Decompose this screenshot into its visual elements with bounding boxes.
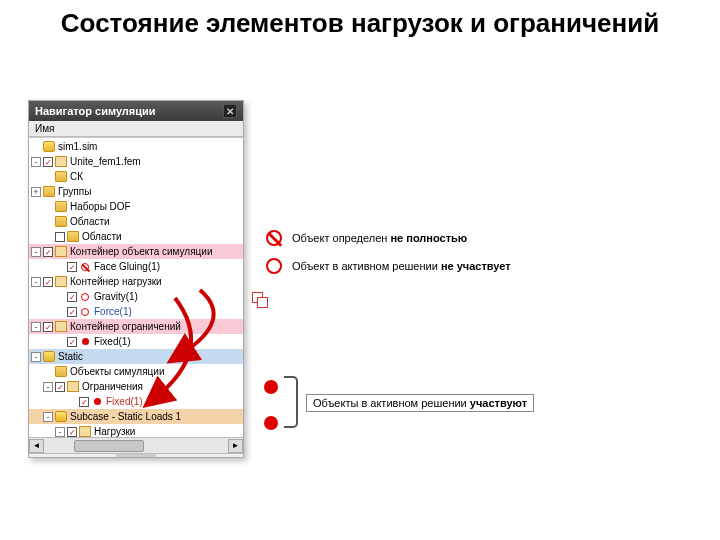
collapse-icon[interactable]: - (31, 277, 41, 287)
legend-inactive-text: Объект в активном решении (292, 260, 441, 272)
container-icon (55, 246, 67, 257)
prohibit-icon (264, 228, 284, 248)
tree-item-label: Группы (58, 186, 91, 197)
participate-bold: участвуют (470, 397, 527, 409)
red-dot-icon (264, 416, 278, 430)
tree-row[interactable]: ✓Face Gluing(1) (29, 259, 243, 274)
tree-row[interactable]: -✓Unite_fem1.fem (29, 154, 243, 169)
scroll-left-icon[interactable]: ◄ (29, 439, 44, 453)
participate-label: Объекты в активном решении участвуют (306, 394, 534, 412)
tree-item-label: Subcase - Static Loads 1 (70, 411, 181, 422)
ring-icon (79, 306, 91, 317)
collapse-icon[interactable]: - (43, 382, 53, 392)
tree-row[interactable]: -✓Контейнер объекта симуляции (29, 244, 243, 259)
panel-title: Навигатор симуляции (35, 105, 156, 117)
tree-row[interactable]: sim1.sim (29, 139, 243, 154)
tree-item-label: Наборы DOF (70, 201, 131, 212)
folder-icon (43, 186, 55, 197)
container-icon (79, 426, 91, 437)
folder-icon (55, 366, 67, 377)
checkbox[interactable]: ✓ (67, 292, 77, 302)
ring-icon (79, 291, 91, 302)
tree-item-label: Области (70, 216, 110, 227)
tree-item-label: Gravity(1) (94, 291, 138, 302)
expand-icon[interactable]: + (31, 187, 41, 197)
collapse-icon[interactable]: - (31, 322, 41, 332)
navigator-panel: Навигатор симуляции ✕ Имя sim1.sim-✓Unit… (28, 100, 244, 458)
legend-incomplete-bold: не полностью (390, 232, 467, 244)
legend-incomplete-text: Объект определен (292, 232, 390, 244)
collapse-icon[interactable]: - (31, 157, 41, 167)
participate-text: Объекты в активном решении (313, 397, 470, 409)
legend-inactive-bold: не участвует (441, 260, 511, 272)
tree-row[interactable]: +Группы (29, 184, 243, 199)
close-icon[interactable]: ✕ (223, 104, 237, 118)
tree-row[interactable]: -Static (29, 349, 243, 364)
sim-icon (43, 141, 55, 152)
tree-row[interactable]: Области (29, 229, 243, 244)
tree-row[interactable]: Объекты симуляции (29, 364, 243, 379)
checkbox[interactable]: ✓ (43, 322, 53, 332)
tree-row[interactable]: Наборы DOF (29, 199, 243, 214)
tree-item-label: Контейнер ограничений (70, 321, 181, 332)
scrollbar-horizontal[interactable]: ◄ ► (29, 437, 243, 453)
legend-row-inactive: Объект в активном решении не участвует (264, 256, 511, 276)
tree-row[interactable]: ✓Fixed(1) (29, 394, 243, 409)
checkbox[interactable]: ✓ (67, 307, 77, 317)
tree-item-label: sim1.sim (58, 141, 97, 152)
collapse-icon[interactable]: - (31, 247, 41, 257)
checkbox[interactable]: ✓ (67, 262, 77, 272)
tree-row[interactable]: -✓Контейнер ограничений (29, 319, 243, 334)
participate-dots (258, 380, 278, 452)
panel-titlebar[interactable]: Навигатор симуляции ✕ (29, 101, 243, 121)
scroll-track[interactable] (44, 440, 228, 452)
checkbox[interactable]: ✓ (43, 247, 53, 257)
tree-row[interactable]: ✓Gravity(1) (29, 289, 243, 304)
checkbox[interactable]: ✓ (79, 397, 89, 407)
tree-row[interactable]: -✓Нагрузки (29, 424, 243, 437)
tree-item-label: СК (70, 171, 83, 182)
red-dot-icon (79, 336, 91, 347)
checkbox[interactable]: ✓ (67, 337, 77, 347)
folder-icon (55, 201, 67, 212)
tree-item-label: Контейнер нагрузки (70, 276, 162, 287)
checkbox[interactable] (55, 232, 65, 242)
folder-icon (55, 171, 67, 182)
ring-icon (264, 256, 284, 276)
tree-row[interactable]: СК (29, 169, 243, 184)
checkbox[interactable]: ✓ (55, 382, 65, 392)
tree-item-label: Нагрузки (94, 426, 135, 437)
tree-item-label: Fixed(1) (94, 336, 131, 347)
collapse-icon[interactable]: - (43, 412, 53, 422)
collapse-icon[interactable]: - (55, 427, 65, 437)
tree-view[interactable]: sim1.sim-✓Unite_fem1.femСК+ГруппыНаборы … (29, 137, 243, 437)
checkbox[interactable]: ✓ (43, 277, 53, 287)
tree-row[interactable]: -✓Контейнер нагрузки (29, 274, 243, 289)
collapse-icon[interactable]: - (31, 352, 41, 362)
tree-item-label: Face Gluing(1) (94, 261, 160, 272)
tree-item-label: Force(1) (94, 306, 132, 317)
tree-row[interactable]: -✓Ограничения (29, 379, 243, 394)
folder-icon (67, 231, 79, 242)
checkbox[interactable]: ✓ (43, 157, 53, 167)
tree-item-label: Ограничения (82, 381, 143, 392)
legend: Объект определен не полностью Объект в а… (264, 228, 511, 284)
tree-row[interactable]: ✓Force(1) (29, 304, 243, 319)
legend-row-incomplete: Объект определен не полностью (264, 228, 511, 248)
container-icon (55, 276, 67, 287)
red-dot-icon (264, 380, 278, 394)
container-icon (55, 321, 67, 332)
tree-item-label: Контейнер объекта симуляции (70, 246, 213, 257)
sim-icon (55, 411, 67, 422)
column-header-name: Имя (29, 121, 243, 137)
folder-icon (55, 216, 67, 227)
scroll-thumb[interactable] (74, 440, 144, 452)
sim-icon (43, 351, 55, 362)
tree-row[interactable]: ✓Fixed(1) (29, 334, 243, 349)
tree-row[interactable]: Области (29, 214, 243, 229)
tree-item-label: Static (58, 351, 83, 362)
tree-row[interactable]: -Subcase - Static Loads 1 (29, 409, 243, 424)
checkbox[interactable]: ✓ (67, 427, 77, 437)
resize-grip[interactable] (29, 453, 243, 457)
scroll-right-icon[interactable]: ► (228, 439, 243, 453)
